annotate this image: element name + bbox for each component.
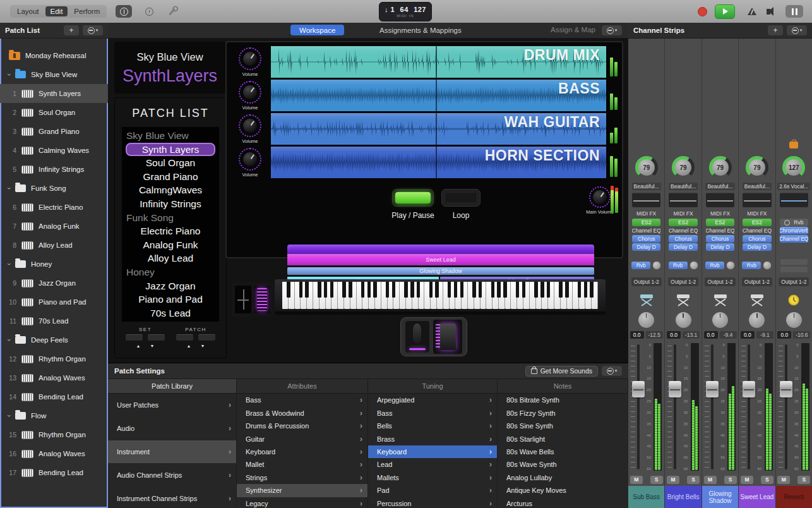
mute-button[interactable]: M bbox=[741, 476, 753, 484]
library-item[interactable]: Instrument Channel Strips › bbox=[108, 487, 236, 508]
fader-track[interactable] bbox=[785, 344, 787, 469]
pan-knob[interactable] bbox=[676, 312, 691, 328]
strip-name-plate[interactable]: Sweet Lead bbox=[739, 486, 775, 508]
strip-smart-knob[interactable]: 79 bbox=[672, 156, 695, 179]
strip-name-plate[interactable]: Glowing Shadow bbox=[702, 486, 738, 508]
library-item[interactable]: Bells › bbox=[368, 420, 497, 432]
library-item[interactable]: Bass › bbox=[368, 406, 497, 419]
workspace-action-menu[interactable]: ▾ bbox=[602, 25, 622, 35]
insert-slot[interactable]: Channel EQ bbox=[632, 227, 660, 234]
set-next-button[interactable] bbox=[148, 334, 165, 341]
output-slot[interactable]: Output 1-2 bbox=[742, 277, 772, 286]
pan-knob[interactable] bbox=[638, 312, 654, 328]
send-level-knob[interactable] bbox=[726, 261, 735, 270]
output-slot[interactable]: Output 1-2 bbox=[668, 277, 698, 286]
mute-button[interactable]: M bbox=[704, 476, 717, 484]
record-button[interactable] bbox=[698, 7, 707, 16]
output-slot[interactable]: Output 1-2 bbox=[631, 277, 662, 286]
play-pause-button[interactable] bbox=[392, 189, 434, 207]
fader-track[interactable] bbox=[674, 344, 676, 469]
patch-prev-button[interactable] bbox=[176, 334, 193, 341]
strip-smart-knob[interactable]: 79 bbox=[746, 156, 768, 179]
tuner-icon[interactable] bbox=[169, 8, 175, 15]
patch-row[interactable]: 17 Bending Lead bbox=[0, 463, 108, 482]
expression-pedal[interactable] bbox=[433, 320, 462, 354]
fader-handle[interactable] bbox=[780, 381, 792, 397]
patch-list-action-menu[interactable]: ▾ bbox=[83, 25, 103, 35]
layer-bar[interactable]: Glowing Shadow bbox=[287, 267, 594, 275]
pan-knob[interactable] bbox=[749, 312, 765, 328]
patch-row[interactable]: 12 Rhythm Organ bbox=[0, 349, 108, 368]
fader-handle[interactable] bbox=[706, 381, 719, 397]
add-patch-button[interactable]: + bbox=[64, 25, 79, 35]
set-row[interactable]: › Funk Song bbox=[0, 179, 108, 198]
library-item[interactable]: Pad › bbox=[368, 484, 497, 497]
mod-wheel[interactable] bbox=[254, 286, 270, 313]
onscreen-patch-item[interactable]: Soul Organ bbox=[122, 156, 219, 170]
eq-display[interactable] bbox=[743, 193, 771, 207]
library-item[interactable]: Percussion › bbox=[368, 497, 497, 508]
patch-settings-action-menu[interactable]: ▾ bbox=[602, 366, 622, 376]
send-slot[interactable]: Rvb bbox=[669, 262, 688, 269]
activity-monitor-button[interactable] bbox=[116, 5, 132, 18]
chevron-down-icon[interactable]: › bbox=[6, 185, 13, 191]
library-item[interactable]: Arcturus bbox=[498, 497, 628, 508]
patch-row[interactable]: 5 Infinity Strings bbox=[0, 160, 108, 179]
output-slot[interactable]: Output 1-2 bbox=[779, 277, 809, 286]
sustain-pedal[interactable] bbox=[405, 321, 429, 353]
patch-row[interactable]: 13 Analog Waves bbox=[0, 368, 108, 387]
chevron-down-icon[interactable]: › bbox=[6, 337, 13, 343]
patch-row[interactable]: 4 Calming Waves bbox=[0, 141, 108, 160]
onscreen-patch-item[interactable]: Funk Song bbox=[122, 211, 219, 225]
strip-smart-knob[interactable]: 79 bbox=[635, 156, 658, 179]
strip-name-plate[interactable]: Bright Bells bbox=[665, 486, 701, 508]
midi-fx-slot[interactable]: MIDI FX bbox=[628, 209, 664, 218]
library-item[interactable]: Drums & Percussion › bbox=[237, 420, 367, 432]
eq-display[interactable] bbox=[706, 193, 734, 207]
insert-slot[interactable]: Chorus bbox=[743, 235, 771, 243]
instrument-slot[interactable]: ES2 bbox=[669, 219, 697, 226]
eq-display[interactable] bbox=[669, 193, 697, 207]
metronome-button[interactable] bbox=[748, 8, 756, 15]
tab-workspace[interactable]: Workspace bbox=[290, 25, 344, 35]
solo-button[interactable]: S bbox=[724, 476, 737, 484]
solo-button[interactable]: S bbox=[761, 476, 773, 484]
set-row[interactable]: › Flow bbox=[0, 406, 108, 425]
patch-row[interactable]: 14 Bending Lead bbox=[0, 387, 108, 406]
set-row[interactable]: › Deep Feels bbox=[0, 330, 108, 349]
insert-slot[interactable]: Delay D bbox=[743, 243, 771, 251]
channel-strips-panel-toggle[interactable] bbox=[785, 5, 803, 18]
library-item[interactable]: 80s Bitrate Synth bbox=[498, 394, 628, 406]
play-button[interactable] bbox=[715, 4, 735, 19]
library-item[interactable]: Guitar › bbox=[237, 432, 367, 445]
assign-map-button[interactable]: Assign & Map bbox=[551, 26, 595, 33]
insert-slot[interactable]: Delay D bbox=[669, 243, 697, 251]
send-level-knob[interactable] bbox=[652, 261, 661, 270]
fader-handle[interactable] bbox=[743, 381, 755, 397]
onscreen-patch-item[interactable]: Honey bbox=[122, 265, 219, 279]
patch-row[interactable]: 15 Rhythm Organ bbox=[0, 425, 108, 444]
onscreen-patch-item[interactable]: Elect­ric Piano bbox=[122, 224, 219, 238]
library-item[interactable]: Mallets › bbox=[368, 471, 497, 484]
tab-notes[interactable]: Notes bbox=[498, 379, 628, 393]
edit-mode-button[interactable]: Edit bbox=[45, 6, 68, 16]
add-channel-strip-button[interactable]: + bbox=[768, 25, 783, 35]
send-level-knob[interactable] bbox=[763, 261, 772, 270]
fader-handle[interactable] bbox=[632, 381, 645, 397]
onscreen-patch-item[interactable]: Alloy Lead bbox=[122, 251, 219, 265]
library-item[interactable]: 80s Sine Synth bbox=[498, 420, 628, 432]
insert-slot[interactable]: Channel EQ bbox=[669, 227, 697, 234]
onscreen-patch-item[interactable]: Sky Blue View bbox=[122, 129, 219, 143]
onscreen-patch-item[interactable]: CalmngWaves bbox=[122, 183, 219, 197]
midi-fx-slot[interactable] bbox=[776, 209, 812, 218]
instrument-slot[interactable]: ES2 bbox=[706, 219, 734, 226]
preset-label[interactable]: Beautiful... bbox=[632, 183, 661, 190]
insert-slot[interactable]: Delay D bbox=[706, 243, 734, 251]
send-level-knob[interactable] bbox=[690, 261, 698, 270]
library-item[interactable]: Instrument › bbox=[108, 440, 236, 464]
main-volume-knob[interactable] bbox=[589, 186, 611, 208]
chevron-down-icon[interactable]: › bbox=[6, 413, 13, 419]
insert-slot[interactable]: Chorus bbox=[669, 235, 697, 243]
patch-row[interactable]: 10 Piano and Pad bbox=[0, 293, 108, 311]
preset-label[interactable]: 2.6s Vocal... bbox=[777, 183, 810, 190]
